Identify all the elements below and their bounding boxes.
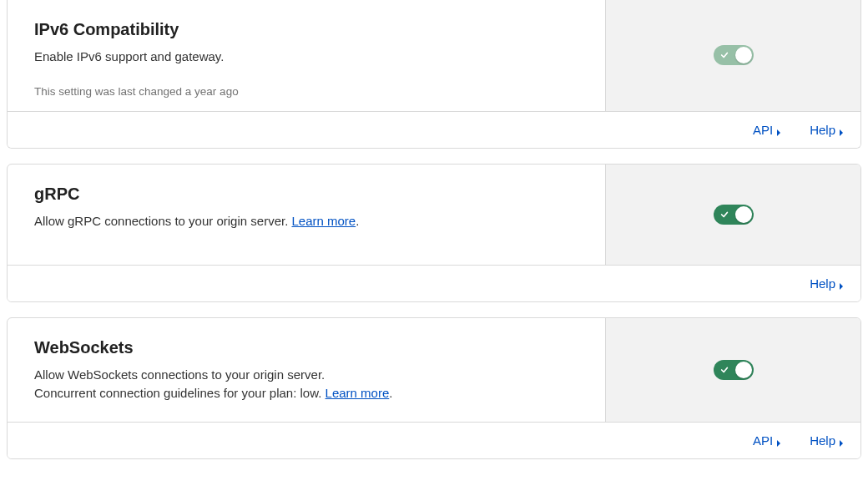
card-control <box>605 0 860 111</box>
check-icon <box>720 210 729 219</box>
help-link-label: Help <box>810 123 835 137</box>
toggle-knob <box>735 362 752 378</box>
card-control <box>605 165 860 265</box>
api-link-label: API <box>753 433 773 448</box>
toggle-grpc[interactable] <box>714 205 754 225</box>
api-link[interactable]: API <box>753 433 781 448</box>
card-body: gRPC Allow gRPC connections to your orig… <box>8 165 860 265</box>
setting-description: Allow gRPC connections to your origin se… <box>34 212 578 231</box>
caret-right-icon <box>839 125 844 134</box>
setting-title: WebSockets <box>34 338 578 357</box>
desc-line2-pre: Concurrent connection guidelines for you… <box>34 386 326 400</box>
toggle-websockets[interactable] <box>714 360 754 380</box>
setting-card-grpc: gRPC Allow gRPC connections to your orig… <box>7 164 861 302</box>
api-link[interactable]: API <box>753 123 781 137</box>
caret-right-icon <box>839 436 844 444</box>
setting-description: Enable IPv6 support and gateway. <box>34 48 578 67</box>
learn-more-link[interactable]: Learn more <box>326 386 390 400</box>
card-footer: Help <box>8 265 860 301</box>
toggle-ipv6[interactable] <box>714 45 754 65</box>
setting-card-websockets: WebSockets Allow WebSockets connections … <box>7 317 861 459</box>
check-icon <box>720 51 729 59</box>
help-link-label: Help <box>810 276 835 291</box>
help-link-label: Help <box>810 433 835 448</box>
learn-more-link[interactable]: Learn more <box>291 214 356 228</box>
caret-right-icon <box>776 436 781 444</box>
desc-line1: Allow WebSockets connections to your ori… <box>34 367 325 382</box>
check-icon <box>720 366 729 374</box>
card-control <box>605 318 860 422</box>
help-link[interactable]: Help <box>810 123 844 137</box>
card-content: WebSockets Allow WebSockets connections … <box>8 318 605 422</box>
setting-title: gRPC <box>34 185 578 204</box>
desc-text-pre: Allow gRPC connections to your origin se… <box>34 214 291 228</box>
card-body: WebSockets Allow WebSockets connections … <box>8 318 860 422</box>
setting-title: IPv6 Compatibility <box>34 20 578 39</box>
help-link[interactable]: Help <box>810 433 844 448</box>
card-body: IPv6 Compatibility Enable IPv6 support a… <box>8 0 860 111</box>
card-footer: API Help <box>8 111 860 148</box>
api-link-label: API <box>753 123 773 137</box>
card-footer: API Help <box>8 422 860 458</box>
caret-right-icon <box>839 279 844 287</box>
help-link[interactable]: Help <box>810 276 844 291</box>
caret-right-icon <box>776 125 781 134</box>
desc-line2-post: . <box>389 386 392 400</box>
desc-text-post: . <box>356 214 359 228</box>
card-content: IPv6 Compatibility Enable IPv6 support a… <box>8 0 605 111</box>
setting-last-changed: This setting was last changed a year ago <box>34 85 578 98</box>
card-content: gRPC Allow gRPC connections to your orig… <box>8 165 605 265</box>
setting-description: Allow WebSockets connections to your ori… <box>34 366 578 403</box>
setting-card-ipv6: IPv6 Compatibility Enable IPv6 support a… <box>7 0 861 149</box>
toggle-knob <box>735 206 752 223</box>
toggle-knob <box>735 47 752 63</box>
